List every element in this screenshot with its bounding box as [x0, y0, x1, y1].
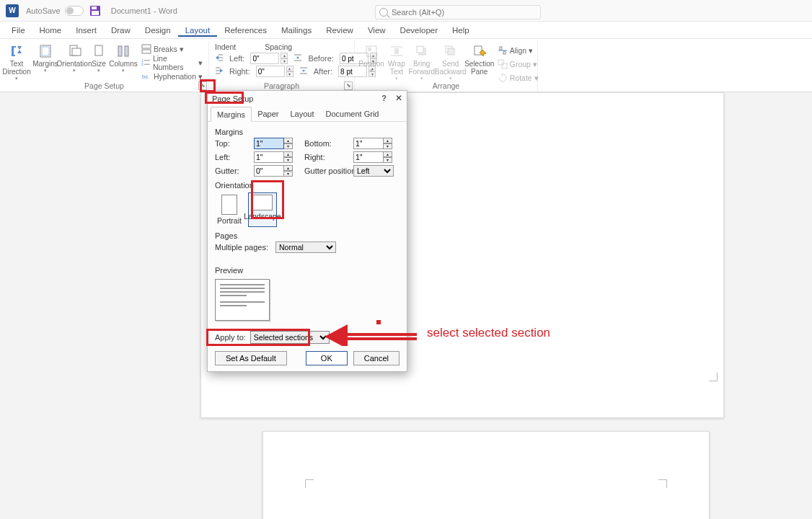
paragraph-dialog-launcher[interactable]: ⬊ — [344, 81, 353, 90]
document-title: Document1 - Word — [111, 6, 177, 15]
dialog-help-button[interactable]: ? — [381, 94, 387, 102]
menu-mailings[interactable]: Mailings — [274, 24, 319, 37]
tab-layout[interactable]: Layout — [284, 107, 319, 121]
apply-to-label: Apply to: — [215, 333, 246, 342]
svg-rect-9 — [125, 46, 128, 56]
margin-left-label: Left: — [215, 153, 248, 161]
gutter-label: Gutter: — [215, 167, 248, 175]
group-button: Group▾ — [498, 58, 539, 71]
spacing-after-icon — [299, 66, 308, 76]
title-bar: W AutoSave Document1 - Word — [0, 0, 812, 22]
svg-text:1: 1 — [141, 59, 144, 63]
dialog-title: Page Setup — [212, 94, 254, 103]
ribbon-label-arrange: Arrange — [355, 81, 537, 90]
multiple-pages-select[interactable]: Normal — [275, 241, 336, 253]
menu-help[interactable]: Help — [445, 24, 477, 37]
margin-right-input[interactable]: ▴▾ — [353, 151, 398, 163]
cancel-button[interactable]: Cancel — [353, 351, 400, 365]
tab-paper[interactable]: Paper — [252, 107, 284, 121]
preview-box — [215, 279, 270, 321]
menu-layout[interactable]: Layout — [178, 24, 218, 37]
margins-section-label: Margins — [215, 128, 400, 136]
gutter-position-select[interactable]: Left — [353, 165, 394, 177]
gutter-input[interactable]: ▴▾ — [254, 165, 299, 177]
ribbon-group-paragraph: Indent Spacing Left: ▴▾ Before: ▴▾ Right… — [209, 41, 355, 92]
menu-developer[interactable]: Developer — [393, 24, 445, 37]
menu-draw[interactable]: Draw — [104, 24, 138, 37]
line-numbers-button[interactable]: 12Line Numbers▾ — [141, 56, 203, 69]
orientation-button[interactable]: Orientation▾ — [61, 43, 88, 75]
svg-rect-4 — [42, 47, 49, 56]
align-button[interactable]: Align▾ — [498, 44, 539, 57]
tab-margins[interactable]: Margins — [211, 107, 252, 122]
size-button[interactable]: Size▾ — [89, 43, 108, 75]
autosave-toggle[interactable]: AutoSave — [26, 6, 84, 16]
margin-top-input[interactable]: ▴▾ — [254, 138, 299, 149]
selection-pane-button[interactable]: SelectionPane — [466, 43, 493, 77]
bring-forward-button: BringForward▾ — [408, 43, 436, 83]
spacing-label: Spacing — [265, 43, 292, 51]
margin-bottom-input[interactable]: ▴▾ — [353, 138, 398, 149]
menu-references[interactable]: References — [217, 24, 274, 37]
dialog-title-bar[interactable]: Page Setup ? ✕ — [208, 91, 407, 107]
margin-top-label: Top: — [215, 139, 248, 148]
preview-section-label: Preview — [215, 266, 400, 275]
dialog-tabs: Margins Paper Layout Document Grid — [208, 107, 407, 122]
pages-section-label: Pages — [215, 231, 400, 240]
tab-document-grid[interactable]: Document Grid — [320, 107, 385, 121]
svg-rect-10 — [142, 45, 151, 48]
search-input[interactable] — [375, 5, 541, 19]
gutter-position-label: Gutter position: — [304, 167, 348, 175]
ribbon-group-page-setup: TextDirection▾ Margins▾ Orientation▾ Siz… — [0, 41, 209, 92]
spacing-before-icon — [294, 53, 302, 63]
svg-rect-2 — [92, 11, 99, 15]
position-button: Position▾ — [358, 43, 385, 75]
text-direction-button[interactable]: TextDirection▾ — [3, 43, 30, 83]
svg-rect-35 — [448, 48, 454, 55]
page-setup-dialog-launcher[interactable]: ⬊ — [198, 81, 207, 90]
ok-button[interactable]: OK — [306, 351, 348, 365]
apply-to-select[interactable]: Selected sections — [250, 331, 330, 344]
menu-bar: File Home Insert Draw Design Layout Refe… — [0, 22, 812, 39]
indent-right-input[interactable]: ▴▾ — [256, 66, 294, 77]
svg-rect-29 — [394, 48, 399, 54]
save-icon[interactable] — [89, 5, 101, 17]
menu-home[interactable]: Home — [32, 24, 69, 37]
margin-left-input[interactable]: ▴▾ — [254, 151, 299, 163]
autosave-label: AutoSave — [26, 6, 61, 15]
orientation-portrait[interactable]: Portrait — [215, 192, 244, 227]
orientation-section-label: Orientation — [215, 181, 400, 190]
set-as-default-button[interactable]: Set As Default — [215, 351, 287, 365]
columns-button[interactable]: Columns▾ — [110, 43, 137, 75]
search-icon — [379, 8, 388, 17]
svg-rect-11 — [142, 50, 151, 53]
wrap-text-button: WrapText▾ — [387, 43, 407, 83]
svg-text:bc: bc — [142, 74, 148, 80]
menu-file[interactable]: File — [4, 24, 32, 37]
svg-rect-39 — [503, 51, 506, 54]
indent-left-icon — [215, 53, 224, 63]
svg-rect-1 — [92, 6, 97, 9]
menu-view[interactable]: View — [361, 24, 393, 37]
multiple-pages-label: Multiple pages: — [215, 243, 268, 252]
svg-rect-40 — [498, 60, 503, 65]
margins-button[interactable]: Margins▾ — [32, 43, 59, 75]
indent-label: Indent — [215, 43, 236, 51]
document-page-2[interactable] — [262, 431, 710, 519]
dialog-close-button[interactable]: ✕ — [395, 93, 402, 103]
annotation-text: select selected section — [427, 326, 550, 340]
ribbon-label-paragraph: Paragraph — [209, 81, 354, 90]
menu-review[interactable]: Review — [319, 24, 361, 37]
ribbon-group-arrange: Position▾ WrapText▾ BringForward▾ SendBa… — [355, 41, 538, 92]
indent-left-input[interactable]: ▴▾ — [250, 53, 288, 64]
orientation-landscape[interactable]: Landscape — [248, 192, 277, 227]
svg-rect-7 — [95, 45, 102, 56]
menu-insert[interactable]: Insert — [69, 24, 104, 37]
ribbon: TextDirection▾ Margins▾ Orientation▾ Siz… — [0, 39, 812, 92]
svg-text:2: 2 — [141, 63, 144, 66]
ribbon-label-page-setup: Page Setup — [0, 81, 208, 90]
svg-rect-28 — [368, 48, 371, 51]
svg-rect-6 — [72, 48, 81, 56]
toggle-switch[interactable] — [65, 6, 84, 16]
menu-design[interactable]: Design — [138, 24, 178, 37]
